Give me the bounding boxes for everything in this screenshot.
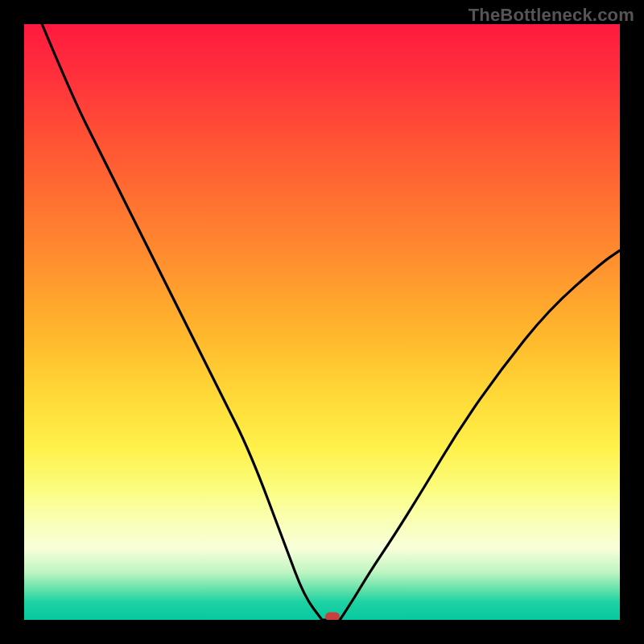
min-marker-icon [325, 612, 340, 620]
curve-path [42, 24, 620, 620]
watermark-text: TheBottleneck.com [469, 5, 634, 26]
plot-area [24, 24, 620, 620]
chart-frame: TheBottleneck.com [0, 0, 644, 644]
bottleneck-curve [24, 24, 620, 620]
